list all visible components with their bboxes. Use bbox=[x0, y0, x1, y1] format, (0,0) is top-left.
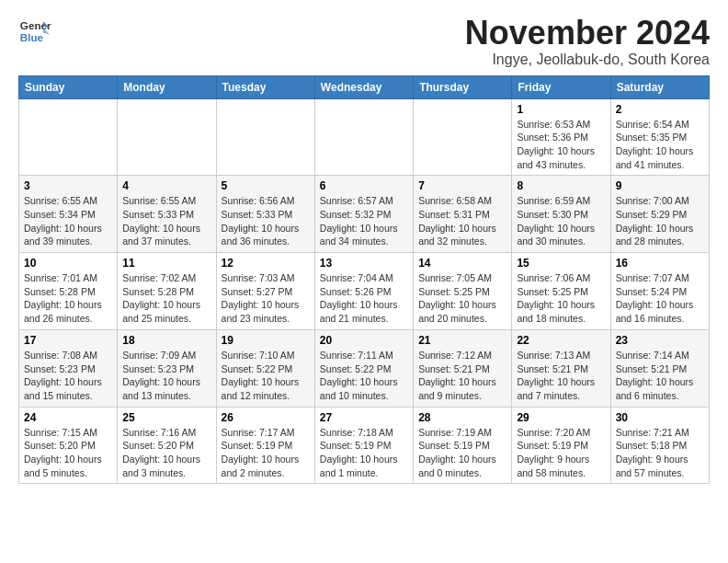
calendar-cell: 23Sunrise: 7:14 AM Sunset: 5:21 PM Dayli… bbox=[610, 329, 709, 407]
day-number: 10 bbox=[24, 257, 112, 270]
day-detail: Sunrise: 7:10 AM Sunset: 5:22 PM Dayligh… bbox=[222, 349, 310, 403]
calendar-cell: 25Sunrise: 7:16 AM Sunset: 5:20 PM Dayli… bbox=[118, 407, 216, 484]
calendar-cell: 8Sunrise: 6:59 AM Sunset: 5:30 PM Daylig… bbox=[512, 176, 610, 253]
weekday-header: Tuesday bbox=[216, 75, 314, 98]
day-number: 16 bbox=[616, 257, 704, 270]
day-detail: Sunrise: 7:20 AM Sunset: 5:19 PM Dayligh… bbox=[517, 426, 605, 480]
calendar-cell: 30Sunrise: 7:21 AM Sunset: 5:18 PM Dayli… bbox=[610, 407, 709, 484]
calendar-cell bbox=[19, 98, 118, 176]
day-number: 4 bbox=[122, 179, 210, 192]
day-number: 12 bbox=[222, 257, 310, 270]
calendar-cell: 28Sunrise: 7:19 AM Sunset: 5:19 PM Dayli… bbox=[414, 407, 512, 484]
day-detail: Sunrise: 6:56 AM Sunset: 5:33 PM Dayligh… bbox=[222, 194, 310, 248]
day-detail: Sunrise: 7:14 AM Sunset: 5:21 PM Dayligh… bbox=[616, 349, 704, 403]
month-title: November 2024 bbox=[465, 15, 710, 52]
day-number: 28 bbox=[418, 411, 506, 424]
day-number: 17 bbox=[24, 334, 112, 347]
day-detail: Sunrise: 7:21 AM Sunset: 5:18 PM Dayligh… bbox=[616, 426, 704, 480]
calendar-cell: 13Sunrise: 7:04 AM Sunset: 5:26 PM Dayli… bbox=[314, 253, 413, 330]
day-number: 3 bbox=[24, 179, 112, 192]
day-detail: Sunrise: 7:04 AM Sunset: 5:26 PM Dayligh… bbox=[320, 271, 408, 326]
calendar-cell: 18Sunrise: 7:09 AM Sunset: 5:23 PM Dayli… bbox=[118, 329, 216, 407]
day-number: 18 bbox=[122, 334, 210, 347]
calendar-cell: 21Sunrise: 7:12 AM Sunset: 5:21 PM Dayli… bbox=[414, 329, 512, 407]
day-detail: Sunrise: 7:02 AM Sunset: 5:28 PM Dayligh… bbox=[122, 271, 210, 326]
calendar-cell: 7Sunrise: 6:58 AM Sunset: 5:31 PM Daylig… bbox=[414, 176, 512, 253]
day-number: 6 bbox=[320, 179, 408, 192]
day-number: 14 bbox=[418, 257, 506, 270]
location-title: Ingye, Jeollabuk-do, South Korea bbox=[465, 52, 710, 68]
logo-icon: General Blue bbox=[18, 15, 51, 48]
calendar-cell: 29Sunrise: 7:20 AM Sunset: 5:19 PM Dayli… bbox=[512, 407, 610, 484]
day-number: 11 bbox=[122, 257, 210, 270]
day-detail: Sunrise: 6:53 AM Sunset: 5:36 PM Dayligh… bbox=[517, 118, 605, 172]
calendar-cell: 5Sunrise: 6:56 AM Sunset: 5:33 PM Daylig… bbox=[216, 176, 314, 253]
calendar-cell: 17Sunrise: 7:08 AM Sunset: 5:23 PM Dayli… bbox=[19, 329, 118, 407]
day-detail: Sunrise: 7:08 AM Sunset: 5:23 PM Dayligh… bbox=[24, 349, 112, 403]
weekday-header: Saturday bbox=[610, 75, 709, 98]
day-detail: Sunrise: 7:00 AM Sunset: 5:29 PM Dayligh… bbox=[616, 194, 704, 248]
day-number: 5 bbox=[222, 179, 310, 192]
day-number: 9 bbox=[616, 179, 704, 192]
day-detail: Sunrise: 7:07 AM Sunset: 5:24 PM Dayligh… bbox=[616, 271, 704, 326]
calendar-cell bbox=[314, 98, 413, 176]
day-detail: Sunrise: 7:01 AM Sunset: 5:28 PM Dayligh… bbox=[24, 271, 112, 326]
day-detail: Sunrise: 6:55 AM Sunset: 5:33 PM Dayligh… bbox=[122, 194, 210, 248]
day-detail: Sunrise: 7:18 AM Sunset: 5:19 PM Dayligh… bbox=[320, 426, 408, 480]
calendar-cell: 9Sunrise: 7:00 AM Sunset: 5:29 PM Daylig… bbox=[610, 176, 709, 253]
header: General Blue November 2024 Ingye, Jeolla… bbox=[18, 15, 710, 68]
day-number: 1 bbox=[517, 103, 605, 116]
day-detail: Sunrise: 6:59 AM Sunset: 5:30 PM Dayligh… bbox=[517, 194, 605, 248]
day-detail: Sunrise: 6:57 AM Sunset: 5:32 PM Dayligh… bbox=[320, 194, 408, 248]
day-number: 26 bbox=[222, 411, 310, 424]
calendar-cell: 26Sunrise: 7:17 AM Sunset: 5:19 PM Dayli… bbox=[216, 407, 314, 484]
weekday-header: Wednesday bbox=[314, 75, 413, 98]
day-detail: Sunrise: 6:58 AM Sunset: 5:31 PM Dayligh… bbox=[418, 194, 506, 248]
day-detail: Sunrise: 7:15 AM Sunset: 5:20 PM Dayligh… bbox=[24, 426, 112, 480]
calendar-cell: 12Sunrise: 7:03 AM Sunset: 5:27 PM Dayli… bbox=[216, 253, 314, 330]
calendar-cell bbox=[118, 98, 216, 176]
calendar-cell: 27Sunrise: 7:18 AM Sunset: 5:19 PM Dayli… bbox=[314, 407, 413, 484]
day-detail: Sunrise: 7:17 AM Sunset: 5:19 PM Dayligh… bbox=[222, 426, 310, 480]
weekday-header: Sunday bbox=[19, 75, 118, 98]
day-number: 30 bbox=[616, 411, 704, 424]
day-number: 8 bbox=[517, 179, 605, 192]
calendar-cell: 1Sunrise: 6:53 AM Sunset: 5:36 PM Daylig… bbox=[512, 98, 610, 176]
calendar-week-row: 10Sunrise: 7:01 AM Sunset: 5:28 PM Dayli… bbox=[19, 253, 710, 330]
calendar-cell: 14Sunrise: 7:05 AM Sunset: 5:25 PM Dayli… bbox=[414, 253, 512, 330]
day-detail: Sunrise: 7:09 AM Sunset: 5:23 PM Dayligh… bbox=[122, 349, 210, 403]
calendar-cell: 20Sunrise: 7:11 AM Sunset: 5:22 PM Dayli… bbox=[314, 329, 413, 407]
calendar-week-row: 17Sunrise: 7:08 AM Sunset: 5:23 PM Dayli… bbox=[19, 329, 710, 407]
day-detail: Sunrise: 7:06 AM Sunset: 5:25 PM Dayligh… bbox=[517, 271, 605, 326]
day-number: 15 bbox=[517, 257, 605, 270]
calendar-cell bbox=[414, 98, 512, 176]
calendar-week-row: 24Sunrise: 7:15 AM Sunset: 5:20 PM Dayli… bbox=[19, 407, 710, 484]
day-number: 29 bbox=[517, 411, 605, 424]
weekday-header: Monday bbox=[118, 75, 216, 98]
day-detail: Sunrise: 7:16 AM Sunset: 5:20 PM Dayligh… bbox=[122, 426, 210, 480]
calendar-week-row: 1Sunrise: 6:53 AM Sunset: 5:36 PM Daylig… bbox=[19, 98, 710, 176]
day-detail: Sunrise: 6:55 AM Sunset: 5:34 PM Dayligh… bbox=[24, 194, 112, 248]
day-number: 13 bbox=[320, 257, 408, 270]
calendar-cell: 11Sunrise: 7:02 AM Sunset: 5:28 PM Dayli… bbox=[118, 253, 216, 330]
calendar-cell: 3Sunrise: 6:55 AM Sunset: 5:34 PM Daylig… bbox=[19, 176, 118, 253]
day-number: 20 bbox=[320, 334, 408, 347]
day-number: 21 bbox=[418, 334, 506, 347]
calendar-week-row: 3Sunrise: 6:55 AM Sunset: 5:34 PM Daylig… bbox=[19, 176, 710, 253]
calendar-cell: 10Sunrise: 7:01 AM Sunset: 5:28 PM Dayli… bbox=[19, 253, 118, 330]
calendar-cell: 24Sunrise: 7:15 AM Sunset: 5:20 PM Dayli… bbox=[19, 407, 118, 484]
svg-text:Blue: Blue bbox=[20, 31, 44, 43]
calendar-cell: 4Sunrise: 6:55 AM Sunset: 5:33 PM Daylig… bbox=[118, 176, 216, 253]
calendar-cell: 16Sunrise: 7:07 AM Sunset: 5:24 PM Dayli… bbox=[610, 253, 709, 330]
calendar-table: SundayMondayTuesdayWednesdayThursdayFrid… bbox=[18, 75, 710, 485]
calendar-cell: 6Sunrise: 6:57 AM Sunset: 5:32 PM Daylig… bbox=[314, 176, 413, 253]
day-detail: Sunrise: 7:03 AM Sunset: 5:27 PM Dayligh… bbox=[222, 271, 310, 326]
calendar-cell: 19Sunrise: 7:10 AM Sunset: 5:22 PM Dayli… bbox=[216, 329, 314, 407]
day-number: 2 bbox=[616, 103, 704, 116]
day-detail: Sunrise: 7:11 AM Sunset: 5:22 PM Dayligh… bbox=[320, 349, 408, 403]
day-detail: Sunrise: 7:05 AM Sunset: 5:25 PM Dayligh… bbox=[418, 271, 506, 326]
day-number: 27 bbox=[320, 411, 408, 424]
day-number: 19 bbox=[222, 334, 310, 347]
day-detail: Sunrise: 6:54 AM Sunset: 5:35 PM Dayligh… bbox=[616, 118, 704, 172]
calendar-cell: 22Sunrise: 7:13 AM Sunset: 5:21 PM Dayli… bbox=[512, 329, 610, 407]
